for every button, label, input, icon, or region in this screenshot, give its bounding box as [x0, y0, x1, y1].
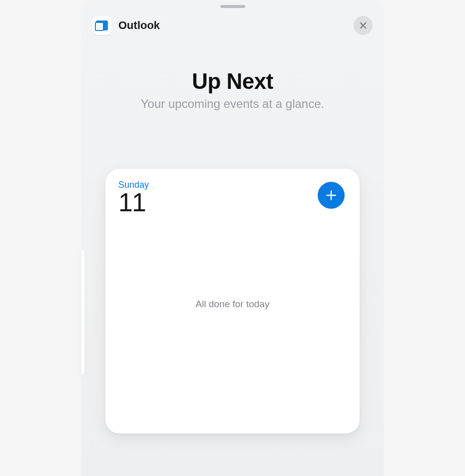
carousel-peek-left[interactable]	[81, 250, 84, 375]
date-block: Sunday 11	[118, 180, 149, 215]
add-event-button[interactable]	[318, 182, 345, 209]
day-number-label: 11	[118, 189, 149, 215]
header-left: Outlook	[92, 16, 160, 35]
app-name: Outlook	[118, 19, 160, 32]
drag-handle[interactable]	[220, 5, 245, 8]
page-title: Up Next	[81, 69, 384, 94]
outlook-icon	[96, 20, 108, 30]
plus-icon	[325, 189, 338, 202]
sheet-header: Outlook	[81, 13, 384, 38]
widget-config-sheet: Outlook Up Next Your upcoming events at …	[81, 0, 384, 476]
close-icon	[359, 21, 368, 30]
widget-preview-card[interactable]: Sunday 11 All done for today	[105, 169, 360, 434]
card-header: Sunday 11	[118, 180, 347, 215]
empty-state-message: All done for today	[105, 299, 360, 310]
title-block: Up Next Your upcoming events at a glance…	[81, 69, 384, 111]
page-subtitle: Your upcoming events at a glance.	[81, 97, 384, 111]
outlook-app-icon	[92, 16, 111, 35]
close-button[interactable]	[354, 16, 373, 35]
